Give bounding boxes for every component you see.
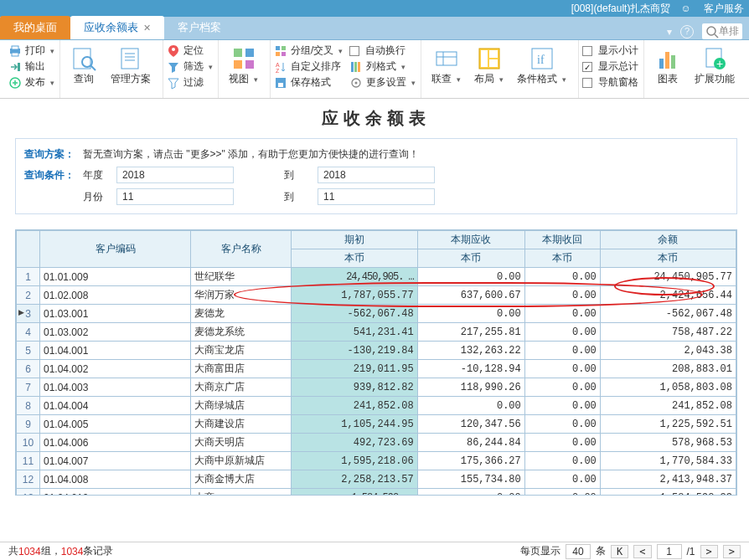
- table-row[interactable]: 601.04.002大商富田店219,011.95-10,128.940.002…: [17, 360, 736, 378]
- output-button[interactable]: 输出: [8, 59, 54, 74]
- year-to-input[interactable]: 2018: [318, 167, 435, 183]
- status-bar: 共 1034 组， 1034 条记录 每页显示 40 条 K < 1 /1 > …: [0, 542, 749, 560]
- svg-text:Z: Z: [276, 68, 280, 74]
- svg-rect-37: [489, 50, 498, 58]
- page-title: 应收余额表: [3, 104, 749, 138]
- svg-point-14: [172, 48, 175, 51]
- query-plan-label: 查询方案：: [24, 147, 83, 162]
- table-row[interactable]: 101.01.009世纪联华24,450,905. …0.000.0024,45…: [17, 268, 736, 286]
- dropdown-icon[interactable]: ▾: [667, 26, 672, 38]
- svg-rect-43: [671, 55, 675, 69]
- page-area: 应收余额表 查询方案： 暂无查询方案，请点击 "更多>>" 添加，有助于您更加方…: [0, 99, 749, 542]
- tab-desktop[interactable]: 我的桌面: [0, 16, 70, 39]
- table-row[interactable]: 301.03.001麦德龙-562,067.480.000.00-562,067…: [17, 305, 736, 323]
- col-format-button[interactable]: 列格式▾: [349, 59, 416, 74]
- print-button[interactable]: 打印▾: [8, 44, 54, 58]
- svg-rect-42: [665, 52, 669, 69]
- close-icon[interactable]: ✕: [143, 23, 151, 33]
- record-count: 1034: [61, 546, 84, 557]
- tab-receivable-balance[interactable]: 应收余额表✕: [70, 16, 164, 39]
- year-from-input[interactable]: 2018: [116, 167, 234, 183]
- svg-rect-22: [282, 52, 286, 56]
- svg-rect-7: [74, 49, 90, 69]
- query-cond-label: 查询条件：: [24, 168, 83, 182]
- query-panel: 查询方案： 暂无查询方案，请点击 "更多>>" 添加，有助于您更加方便快捷的进行…: [15, 138, 737, 214]
- manage-plan-button[interactable]: 管理方案: [104, 44, 158, 86]
- svg-rect-4: [12, 53, 18, 56]
- cond-format-button[interactable]: if 条件格式▾: [510, 44, 573, 86]
- tab-bar: 我的桌面 应收余额表✕ 客户档案 ▾ ? 单排: [0, 17, 749, 40]
- ribbon: 打印▾ 输出 发布▾ 查询 管理方案 定位 筛选▾ 过滤 视图▾ 分组/交叉▾ …: [0, 40, 749, 99]
- page-input[interactable]: 1: [657, 544, 682, 559]
- table-row[interactable]: 201.02.008华润万家1,787,055.77637,600.670.00…: [17, 286, 736, 305]
- prev-page-button[interactable]: <: [633, 545, 651, 558]
- svg-rect-28: [354, 62, 357, 72]
- service-link[interactable]: ☺ 客户服务: [680, 2, 744, 16]
- publish-button[interactable]: 发布▾: [8, 75, 54, 90]
- more-settings-button[interactable]: 更多设置▾: [349, 75, 416, 90]
- svg-rect-26: [278, 83, 283, 87]
- svg-rect-32: [436, 52, 457, 65]
- group-cross-button[interactable]: 分组/交叉▾: [274, 44, 343, 58]
- svg-point-0: [707, 27, 715, 35]
- nav-pane-toggle[interactable]: 导航窗格: [582, 75, 638, 90]
- svg-rect-20: [282, 46, 286, 50]
- show-total-toggle[interactable]: 显示总计: [582, 59, 638, 74]
- svg-text:A: A: [276, 62, 280, 68]
- svg-rect-3: [12, 46, 18, 49]
- extend-button[interactable]: + 扩展功能: [688, 44, 741, 86]
- svg-rect-27: [351, 62, 354, 72]
- table-row[interactable]: 901.04.005大商建设店1,105,244.95120,347.560.0…: [17, 415, 736, 434]
- custom-sort-button[interactable]: AZ自定义排序: [274, 59, 343, 74]
- svg-rect-19: [276, 46, 280, 50]
- svg-rect-17: [234, 60, 242, 69]
- company-name: [008](default)扎杰商贸: [571, 2, 671, 16]
- filter-button[interactable]: 筛选▾: [167, 59, 213, 74]
- table-row[interactable]: 401.03.002麦德龙系统541,231.41217,255.810.007…: [17, 323, 736, 342]
- svg-line-9: [90, 65, 96, 70]
- help-icon[interactable]: ?: [680, 25, 694, 39]
- svg-rect-18: [245, 60, 254, 69]
- perpage-input[interactable]: 40: [566, 544, 591, 559]
- table-row[interactable]: 1101.04.007大商中原新城店1,595,218.06175,366.27…: [17, 452, 736, 470]
- auto-wrap-toggle[interactable]: 自动换行: [349, 44, 416, 58]
- first-page-button[interactable]: K: [611, 545, 628, 558]
- svg-rect-41: [659, 59, 664, 69]
- table-row[interactable]: 501.04.001大商宝龙店-130,219.84132,263.220.00…: [17, 342, 736, 360]
- svg-rect-5: [18, 63, 20, 71]
- lianchi-button[interactable]: 联查▾: [425, 44, 467, 86]
- filterpass-button[interactable]: 过滤: [167, 75, 213, 90]
- view-button[interactable]: 视图▾: [222, 44, 265, 86]
- svg-text:if: if: [537, 54, 545, 66]
- svg-rect-38: [489, 59, 498, 67]
- svg-point-31: [355, 81, 358, 84]
- data-grid[interactable]: 客户编码 客户名称 期初 本期应收 本期收回 余额 本币 本币 本币 本币 10…: [15, 229, 737, 496]
- chart-button[interactable]: 图表: [648, 44, 688, 86]
- table-row[interactable]: 1301.04.010大商-1,584,592. …0.000.00-1,584…: [17, 489, 736, 496]
- table-row[interactable]: 1201.04.008大商金博大店2,258,213.57155,734.800…: [17, 470, 736, 489]
- month-to-input[interactable]: 11: [318, 188, 435, 205]
- svg-text:+: +: [716, 57, 723, 70]
- global-search[interactable]: 单排: [702, 23, 742, 39]
- locate-button[interactable]: 定位: [167, 44, 213, 58]
- show-subtotal-toggle[interactable]: 显示小计: [582, 44, 638, 58]
- title-bar: [008](default)扎杰商贸 ☺ 客户服务: [0, 0, 749, 17]
- save-format-button[interactable]: 保存格式: [274, 75, 343, 90]
- tab-customer-file[interactable]: 客户档案: [164, 16, 235, 39]
- svg-rect-36: [481, 50, 488, 67]
- group-count: 1034: [18, 546, 41, 557]
- svg-rect-21: [276, 52, 280, 56]
- next-page-button[interactable]: >: [700, 545, 718, 558]
- layout-button[interactable]: 布局▾: [467, 44, 510, 86]
- table-row[interactable]: 701.04.003大商京广店939,812.82118,990.260.001…: [17, 378, 736, 397]
- table-row[interactable]: 1001.04.006大商天明店492,723.6986,244.840.005…: [17, 434, 736, 452]
- svg-rect-16: [245, 49, 254, 57]
- svg-rect-29: [358, 62, 360, 72]
- search-icon: [705, 25, 719, 39]
- query-button[interactable]: 查询: [64, 44, 104, 86]
- svg-line-1: [715, 34, 718, 38]
- table-row[interactable]: 801.04.004大商绿城店241,852.080.000.00241,852…: [17, 397, 736, 415]
- last-page-button[interactable]: >: [723, 545, 741, 558]
- svg-rect-15: [234, 49, 242, 57]
- month-from-input[interactable]: 11: [116, 188, 234, 205]
